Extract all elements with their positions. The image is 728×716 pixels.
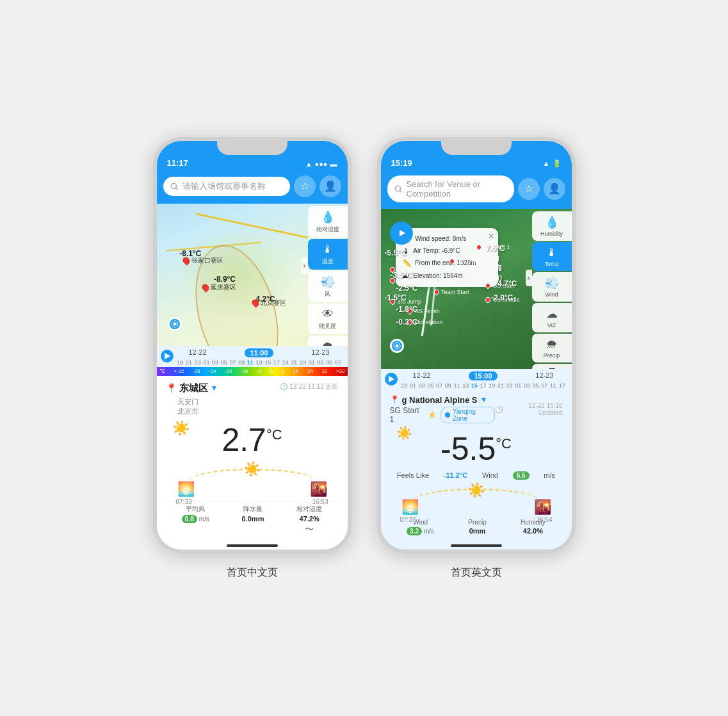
right-weather-panel: 💧 Humidity 🌡 Temp 💨 Wind ☁ bbox=[532, 209, 572, 369]
svg-point-0 bbox=[171, 183, 176, 188]
wind-label-en: Wind bbox=[482, 471, 498, 480]
precip-stat: 降水量 0.0mm bbox=[242, 505, 264, 535]
left-search-bar: 请输入场馆或赛事名称 ☆ 👤 bbox=[157, 172, 348, 204]
location-sub2: 北京市 bbox=[177, 407, 339, 416]
loc-dot bbox=[200, 282, 211, 293]
en-play-button[interactable] bbox=[390, 222, 413, 245]
sun-arc: 🌅 ☀️ 🌇 07:33 16:53 bbox=[172, 462, 332, 498]
marker-yanqing: 延庆赛区 bbox=[202, 283, 236, 292]
left-search-input-wrap[interactable]: 请输入场馆或赛事名称 bbox=[163, 177, 290, 196]
viz-icon: ☁ bbox=[546, 307, 558, 321]
marker-label: Mid-station bbox=[414, 319, 442, 325]
popup-wind-text: Wind speed: 8m/s bbox=[415, 234, 466, 244]
wind-badge-en: 5.5 bbox=[513, 471, 530, 480]
wind-label-btn: 风 bbox=[325, 290, 330, 298]
en-humidity-button[interactable]: 💧 Humidity bbox=[532, 211, 572, 241]
en-precip-button[interactable]: 🌧 Precip bbox=[532, 334, 572, 362]
left-play-button[interactable] bbox=[161, 350, 174, 362]
humidity-wave-icon: 〜 bbox=[305, 524, 314, 535]
ski-dot bbox=[448, 257, 455, 264]
right-profile-button[interactable]: 👤 bbox=[544, 178, 565, 200]
popup-close-button[interactable]: ✕ bbox=[488, 231, 494, 243]
humidity-icon: 💧 bbox=[545, 215, 559, 229]
humidity-value: 47.2% bbox=[300, 515, 320, 523]
sunrise-icon: 🌅 bbox=[177, 481, 195, 498]
en-traffic-button[interactable]: 🚦 Traffic bbox=[532, 364, 572, 369]
wind-icon: 💨 bbox=[321, 275, 335, 289]
left-status-bar: 11:17 ▲ ●●● ▬ bbox=[157, 141, 348, 172]
left-time: 11:17 bbox=[167, 158, 188, 168]
update-time-text: 12-22 11:12 更新 bbox=[289, 382, 338, 391]
search-icon bbox=[170, 182, 179, 191]
en-wind-button[interactable]: 💨 Wind bbox=[532, 272, 572, 302]
signal-icon: ●●● bbox=[315, 160, 328, 168]
right-play-button[interactable] bbox=[385, 373, 398, 386]
marker-dh-start2: DH Start 2 bbox=[449, 258, 483, 264]
right-search-placeholder: Search for Venue or Competition bbox=[407, 179, 508, 199]
timeline-hours: 192123 010305 070911 131517 192123 01030… bbox=[176, 359, 343, 366]
temp-icon: 🌡 bbox=[322, 243, 334, 256]
location-sub1: 天安门 bbox=[177, 397, 339, 407]
en-panel-collapse-button[interactable]: › bbox=[526, 270, 532, 286]
time-chip[interactable]: 11:00 bbox=[245, 348, 273, 357]
wifi-icon: ▲ bbox=[305, 160, 312, 168]
sunrise-time: 07:33 bbox=[176, 498, 192, 505]
en-location-header: 📍 g National Alpine S ▼ SG Start 1 ★ Yan… bbox=[390, 395, 563, 424]
right-search-input-wrap[interactable]: Search for Venue or Competition bbox=[387, 175, 514, 202]
road-1 bbox=[196, 213, 309, 238]
dropdown-icon[interactable]: ▼ bbox=[211, 384, 218, 393]
location-left: 📍 东城区 ▼ bbox=[166, 382, 218, 395]
visibility-button[interactable]: 👁 能见度 bbox=[308, 304, 348, 334]
battery-icon: ▬ bbox=[330, 160, 337, 168]
right-timeline: 12-22 15:00 12-23 230103 050709 111315 1… bbox=[381, 369, 572, 390]
left-favorites-button[interactable]: ☆ bbox=[294, 175, 316, 197]
en-temp-6: -0.3°C bbox=[396, 318, 417, 327]
en-precip-stat: Precip 0mm bbox=[468, 519, 486, 535]
en-temp-1: -5.5°C bbox=[384, 248, 406, 257]
zone-dot bbox=[445, 412, 450, 418]
en-sunset-time: 16:54 bbox=[536, 516, 552, 523]
en-temp-button[interactable]: 🌡 Temp bbox=[532, 242, 572, 271]
loc-name: 北京赛区 bbox=[261, 298, 286, 307]
right-home-bar bbox=[451, 544, 502, 547]
en-sun-current: ☀️ bbox=[467, 482, 485, 499]
en-update-time-text: 12-22 15:10 Updated bbox=[505, 402, 563, 416]
right-date-right: 12-23 bbox=[535, 371, 553, 380]
popup-temp-text: Air Temp: -6.9°C bbox=[413, 246, 460, 256]
left-profile-button[interactable]: 👤 bbox=[320, 175, 341, 197]
right-map-area[interactable]: 松山(小海坨山) ✕ 🧭 Wind speed: 8m/s 🌡 Air Temp… bbox=[381, 209, 572, 369]
left-search-placeholder: 请输入场馆或赛事名称 bbox=[182, 181, 284, 192]
left-phone: 11:17 ▲ ●●● ▬ 请输入场馆或赛事名称 ☆ 👤 bbox=[153, 137, 352, 553]
right-timeline-hours: 230103 050709 111315 171921 230103 05071… bbox=[400, 382, 567, 389]
right-home-indicator bbox=[381, 542, 572, 549]
right-caption: 首页英文页 bbox=[451, 566, 502, 580]
right-timeline-dates: 12-22 15:00 12-23 bbox=[400, 371, 567, 380]
en-sunset-icon: 🌇 bbox=[534, 499, 551, 516]
wind-button[interactable]: 💨 风 bbox=[308, 271, 348, 302]
left-map-area[interactable]: -8.1°C -8.9°C 4.2°C 张家口赛区 延庆赛区 北京赛区 bbox=[157, 204, 348, 346]
sunset-time: 16:53 bbox=[312, 498, 328, 505]
temp-button[interactable]: 🌡 温度 bbox=[308, 239, 348, 270]
precip-stat-label: 降水量 bbox=[243, 505, 263, 514]
en-temp-7: 7.5°C bbox=[485, 244, 505, 253]
my-location-button-en[interactable] bbox=[390, 339, 404, 353]
marker-label: DH Start 2 bbox=[457, 258, 483, 264]
right-date-left: 12-22 bbox=[413, 371, 431, 380]
temp-label-en-btn: Temp bbox=[544, 261, 558, 267]
loc-dot bbox=[181, 256, 191, 266]
sun-current-icon: ☀️ bbox=[243, 461, 261, 478]
marker-label: GS Finish bbox=[414, 308, 440, 314]
main-temp-unit: °C bbox=[266, 427, 282, 443]
play-icon bbox=[400, 230, 405, 236]
en-viz-button[interactable]: ☁ ViZ bbox=[532, 303, 572, 332]
right-time-chip[interactable]: 15:00 bbox=[469, 371, 497, 380]
precip-button[interactable]: 🌧 降水 bbox=[308, 336, 348, 346]
en-temp-4: -1.5°C bbox=[384, 293, 406, 302]
my-location-button[interactable] bbox=[168, 317, 182, 331]
panel-collapse-button[interactable]: › bbox=[302, 257, 308, 274]
venue-dropdown-icon[interactable]: ▼ bbox=[480, 395, 487, 404]
humidity-button[interactable]: 💧 相对湿度 bbox=[308, 206, 348, 238]
star-icon[interactable]: ★ bbox=[428, 409, 437, 421]
right-favorites-button[interactable]: ☆ bbox=[518, 178, 540, 200]
en-wind-stat-unit: m/s bbox=[424, 528, 434, 535]
